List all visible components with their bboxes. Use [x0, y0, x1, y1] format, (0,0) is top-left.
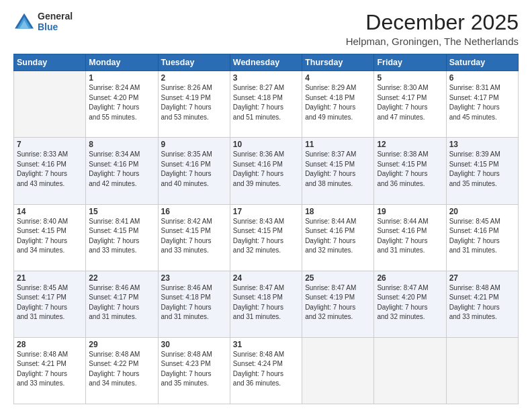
- table-row: 6Sunrise: 8:31 AM Sunset: 4:17 PM Daylig…: [446, 71, 518, 138]
- day-info: Sunrise: 8:45 AM Sunset: 4:17 PM Dayligh…: [17, 283, 83, 322]
- table-row: 3Sunrise: 8:27 AM Sunset: 4:18 PM Daylig…: [230, 71, 302, 138]
- day-number: 17: [233, 207, 299, 216]
- day-number: 22: [89, 273, 154, 283]
- day-number: 13: [449, 140, 515, 149]
- day-info: Sunrise: 8:44 AM Sunset: 4:16 PM Dayligh…: [377, 217, 443, 256]
- day-info: Sunrise: 8:48 AM Sunset: 4:23 PM Dayligh…: [161, 350, 227, 389]
- table-row: 8Sunrise: 8:34 AM Sunset: 4:16 PM Daylig…: [86, 138, 158, 204]
- day-info: Sunrise: 8:47 AM Sunset: 4:18 PM Dayligh…: [233, 283, 299, 322]
- day-info: Sunrise: 8:48 AM Sunset: 4:21 PM Dayligh…: [17, 350, 83, 389]
- table-row: 19Sunrise: 8:44 AM Sunset: 4:16 PM Dayli…: [374, 204, 446, 271]
- location: Helpman, Groningen, The Netherlands: [346, 36, 519, 47]
- day-info: Sunrise: 8:46 AM Sunset: 4:17 PM Dayligh…: [89, 283, 154, 322]
- calendar-week-row: 7Sunrise: 8:33 AM Sunset: 4:16 PM Daylig…: [14, 138, 519, 204]
- table-row: [374, 337, 446, 404]
- col-sunday: Sunday: [14, 54, 86, 71]
- day-info: Sunrise: 8:41 AM Sunset: 4:15 PM Dayligh…: [89, 217, 154, 256]
- day-number: 2: [161, 73, 227, 83]
- table-row: 11Sunrise: 8:37 AM Sunset: 4:15 PM Dayli…: [302, 138, 374, 204]
- table-row: 16Sunrise: 8:42 AM Sunset: 4:15 PM Dayli…: [158, 204, 230, 271]
- col-friday: Friday: [374, 54, 446, 71]
- day-number: 5: [377, 73, 443, 83]
- month-title: December 2025: [346, 11, 519, 34]
- logo-text: General Blue: [38, 11, 73, 32]
- day-info: Sunrise: 8:30 AM Sunset: 4:17 PM Dayligh…: [377, 83, 443, 122]
- day-info: Sunrise: 8:48 AM Sunset: 4:21 PM Dayligh…: [449, 283, 515, 322]
- table-row: 18Sunrise: 8:44 AM Sunset: 4:16 PM Dayli…: [302, 204, 374, 271]
- table-row: 1Sunrise: 8:24 AM Sunset: 4:20 PM Daylig…: [86, 71, 158, 138]
- day-number: 15: [89, 207, 154, 216]
- day-info: Sunrise: 8:43 AM Sunset: 4:15 PM Dayligh…: [233, 217, 299, 256]
- day-number: 16: [161, 207, 227, 216]
- table-row: 10Sunrise: 8:36 AM Sunset: 4:16 PM Dayli…: [230, 138, 302, 204]
- header: General Blue December 2025 Helpman, Gron…: [13, 11, 519, 47]
- table-row: 13Sunrise: 8:39 AM Sunset: 4:15 PM Dayli…: [446, 138, 518, 204]
- table-row: 24Sunrise: 8:47 AM Sunset: 4:18 PM Dayli…: [230, 271, 302, 337]
- day-number: 29: [89, 340, 154, 349]
- day-info: Sunrise: 8:24 AM Sunset: 4:20 PM Dayligh…: [89, 83, 154, 122]
- calendar-week-row: 28Sunrise: 8:48 AM Sunset: 4:21 PM Dayli…: [14, 337, 519, 404]
- table-row: 30Sunrise: 8:48 AM Sunset: 4:23 PM Dayli…: [158, 337, 230, 404]
- table-row: 22Sunrise: 8:46 AM Sunset: 4:17 PM Dayli…: [86, 271, 158, 337]
- table-row: 21Sunrise: 8:45 AM Sunset: 4:17 PM Dayli…: [14, 271, 86, 337]
- day-number: 1: [89, 73, 154, 83]
- col-wednesday: Wednesday: [230, 54, 302, 71]
- day-info: Sunrise: 8:40 AM Sunset: 4:15 PM Dayligh…: [17, 217, 83, 256]
- day-info: Sunrise: 8:47 AM Sunset: 4:20 PM Dayligh…: [377, 283, 443, 322]
- day-number: 6: [449, 73, 515, 83]
- day-number: 28: [17, 340, 83, 349]
- day-info: Sunrise: 8:31 AM Sunset: 4:17 PM Dayligh…: [449, 83, 515, 122]
- day-number: 25: [305, 273, 371, 283]
- table-row: [446, 337, 518, 404]
- table-row: 29Sunrise: 8:48 AM Sunset: 4:22 PM Dayli…: [86, 337, 158, 404]
- table-row: 23Sunrise: 8:46 AM Sunset: 4:18 PM Dayli…: [158, 271, 230, 337]
- day-number: 24: [233, 273, 299, 283]
- table-row: 28Sunrise: 8:48 AM Sunset: 4:21 PM Dayli…: [14, 337, 86, 404]
- logo: General Blue: [13, 11, 73, 32]
- day-number: 9: [161, 140, 227, 149]
- table-row: [14, 71, 86, 138]
- table-row: 17Sunrise: 8:43 AM Sunset: 4:15 PM Dayli…: [230, 204, 302, 271]
- table-row: 27Sunrise: 8:48 AM Sunset: 4:21 PM Dayli…: [446, 271, 518, 337]
- day-info: Sunrise: 8:46 AM Sunset: 4:18 PM Dayligh…: [161, 283, 227, 322]
- col-thursday: Thursday: [302, 54, 374, 71]
- day-number: 18: [305, 207, 371, 216]
- table-row: 2Sunrise: 8:26 AM Sunset: 4:19 PM Daylig…: [158, 71, 230, 138]
- day-number: 26: [377, 273, 443, 283]
- day-info: Sunrise: 8:48 AM Sunset: 4:22 PM Dayligh…: [89, 350, 154, 389]
- day-number: 12: [377, 140, 443, 149]
- col-saturday: Saturday: [446, 54, 518, 71]
- day-number: 14: [17, 207, 83, 216]
- day-info: Sunrise: 8:45 AM Sunset: 4:16 PM Dayligh…: [449, 217, 515, 256]
- day-info: Sunrise: 8:33 AM Sunset: 4:16 PM Dayligh…: [17, 150, 83, 189]
- day-number: 7: [17, 140, 83, 149]
- day-number: 19: [377, 207, 443, 216]
- day-info: Sunrise: 8:37 AM Sunset: 4:15 PM Dayligh…: [305, 150, 371, 189]
- calendar: Sunday Monday Tuesday Wednesday Thursday…: [13, 54, 519, 404]
- table-row: 14Sunrise: 8:40 AM Sunset: 4:15 PM Dayli…: [14, 204, 86, 271]
- table-row: 12Sunrise: 8:38 AM Sunset: 4:15 PM Dayli…: [374, 138, 446, 204]
- table-row: 20Sunrise: 8:45 AM Sunset: 4:16 PM Dayli…: [446, 204, 518, 271]
- calendar-week-row: 21Sunrise: 8:45 AM Sunset: 4:17 PM Dayli…: [14, 271, 519, 337]
- table-row: 7Sunrise: 8:33 AM Sunset: 4:16 PM Daylig…: [14, 138, 86, 204]
- table-row: [302, 337, 374, 404]
- calendar-header-row: Sunday Monday Tuesday Wednesday Thursday…: [14, 54, 519, 71]
- day-info: Sunrise: 8:36 AM Sunset: 4:16 PM Dayligh…: [233, 150, 299, 189]
- day-number: 3: [233, 73, 299, 83]
- day-number: 31: [233, 340, 299, 349]
- page: General Blue December 2025 Helpman, Gron…: [0, 0, 532, 411]
- day-info: Sunrise: 8:48 AM Sunset: 4:24 PM Dayligh…: [233, 350, 299, 389]
- day-number: 10: [233, 140, 299, 149]
- logo-icon: [13, 12, 35, 31]
- day-info: Sunrise: 8:34 AM Sunset: 4:16 PM Dayligh…: [89, 150, 154, 189]
- day-info: Sunrise: 8:35 AM Sunset: 4:16 PM Dayligh…: [161, 150, 227, 189]
- day-info: Sunrise: 8:39 AM Sunset: 4:15 PM Dayligh…: [449, 150, 515, 189]
- day-number: 11: [305, 140, 371, 149]
- day-number: 23: [161, 273, 227, 283]
- table-row: 25Sunrise: 8:47 AM Sunset: 4:19 PM Dayli…: [302, 271, 374, 337]
- day-info: Sunrise: 8:27 AM Sunset: 4:18 PM Dayligh…: [233, 83, 299, 122]
- table-row: 9Sunrise: 8:35 AM Sunset: 4:16 PM Daylig…: [158, 138, 230, 204]
- day-info: Sunrise: 8:38 AM Sunset: 4:15 PM Dayligh…: [377, 150, 443, 189]
- title-section: December 2025 Helpman, Groningen, The Ne…: [346, 11, 519, 47]
- table-row: 5Sunrise: 8:30 AM Sunset: 4:17 PM Daylig…: [374, 71, 446, 138]
